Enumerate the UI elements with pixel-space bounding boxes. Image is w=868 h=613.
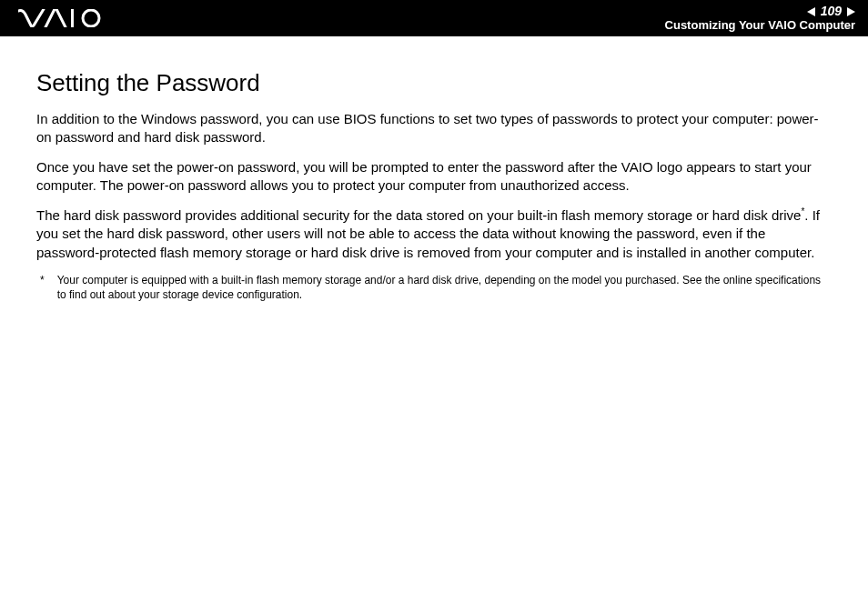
section-label: Customizing Your VAIO Computer: [665, 19, 855, 32]
body-paragraph: Once you have set the power-on password,…: [36, 158, 832, 196]
vaio-logo: [18, 9, 106, 27]
footnote-marker: *: [36, 273, 45, 302]
footnote-text: Your computer is equipped with a built-i…: [57, 273, 832, 302]
page-nav: 109 Customizing Your VAIO Computer: [665, 5, 855, 32]
page-header: 109 Customizing Your VAIO Computer: [0, 0, 868, 36]
body-paragraph: In addition to the Windows password, you…: [36, 110, 832, 147]
svg-point-1: [83, 10, 99, 26]
next-page-icon[interactable]: [847, 7, 855, 16]
page-title: Setting the Password: [36, 69, 832, 97]
page-number: 109: [821, 5, 842, 18]
body-text: The hard disk password provides addition…: [36, 207, 801, 223]
footnote: * Your computer is equipped with a built…: [36, 273, 832, 302]
page-content: Setting the Password In addition to the …: [0, 36, 868, 302]
body-paragraph: The hard disk password provides addition…: [36, 206, 832, 262]
svg-rect-0: [71, 9, 74, 27]
prev-page-icon[interactable]: [807, 7, 815, 16]
